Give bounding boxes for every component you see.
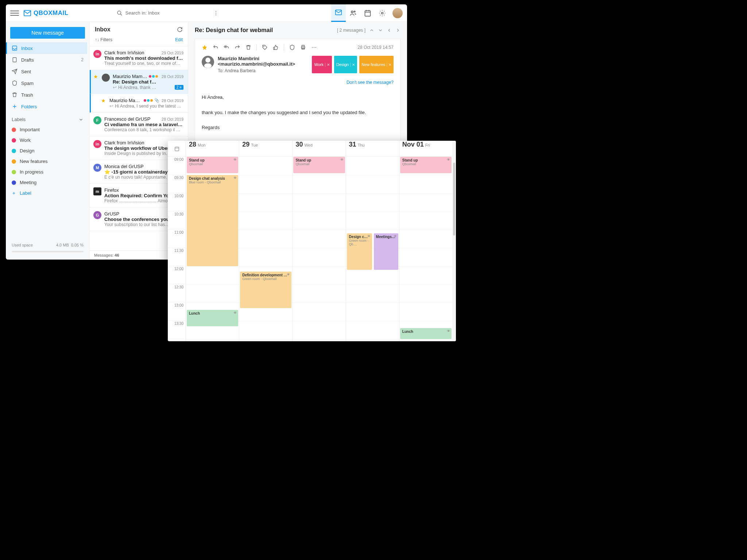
calendar-event[interactable]: Design chat revi…Green room - Qb…👁 [347, 233, 372, 270]
message-tag[interactable]: Work✕ [312, 56, 332, 73]
thread-down-icon[interactable] [378, 28, 383, 33]
folder-trash[interactable]: Trash [8, 89, 87, 101]
calendar-window: 09:0009:3010:0010:3011:0011:3012:0012:30… [168, 141, 456, 341]
message-item[interactable]: ★Maurizio Mam…📎28 Oct 2019↩Hi Andrea, I … [90, 94, 188, 113]
remove-tag-icon[interactable]: ✕ [325, 63, 330, 67]
more-icon[interactable] [311, 44, 317, 50]
remove-tag-icon[interactable]: ✕ [350, 63, 355, 67]
calendar-event[interactable]: Meetings …👁 [374, 233, 398, 270]
calendar-event[interactable]: Definition development p…Green room - Qb… [240, 272, 291, 308]
calendar-event[interactable]: Lunch👁 [400, 328, 452, 339]
calendar-event[interactable]: Stand upQboxmail👁 [293, 157, 345, 173]
svg-rect-10 [12, 46, 17, 50]
tag-icon[interactable] [262, 44, 268, 50]
day-header[interactable]: 31Thu [346, 141, 399, 157]
label-item[interactable]: Design [8, 145, 87, 156]
message-item[interactable]: FFrancesco del GrUSP28 Oct 2019Ci vediam… [90, 113, 188, 136]
visibility-icon: 👁 [367, 234, 371, 238]
label-item[interactable]: In progress [8, 167, 87, 177]
day-header[interactable]: 30Wed [293, 141, 345, 157]
calendar-event[interactable]: Stand upQboxmail👁 [400, 157, 452, 173]
reply-all-icon[interactable] [224, 44, 229, 50]
user-avatar[interactable] [392, 8, 403, 18]
forward-icon[interactable] [235, 44, 240, 50]
label-item[interactable]: New features [8, 156, 87, 167]
contacts-tab[interactable] [346, 4, 360, 22]
search-input[interactable] [125, 10, 198, 16]
label-item[interactable]: Meeting [8, 177, 87, 188]
message-item[interactable]: inClark from InVision29 Oct 2019This mon… [90, 46, 188, 70]
time-slot: 09:30 [168, 175, 186, 193]
folder-drafts[interactable]: Drafts2 [8, 54, 87, 66]
reply-icon[interactable] [213, 44, 218, 50]
thumbs-up-icon[interactable] [273, 44, 279, 50]
refresh-icon[interactable] [177, 27, 183, 32]
visibility-icon: 👁 [233, 158, 237, 162]
edit-button[interactable]: Edit [175, 37, 183, 42]
sender-avatar: in [93, 140, 101, 148]
kebab-icon[interactable] [213, 10, 219, 16]
used-space: Used space 4.0 MB 0.05 % [8, 239, 87, 251]
sort-icon[interactable]: ↑↓ [95, 37, 99, 42]
visibility-icon: 👁 [394, 234, 397, 238]
thread-up-icon[interactable] [369, 28, 374, 33]
time-slot: 13:30 [168, 321, 186, 339]
calendar-tab[interactable] [360, 4, 375, 22]
message-tag[interactable]: New features✕ [359, 56, 394, 73]
calendar-event[interactable]: Stand upQboxmail👁 [187, 157, 238, 173]
reply-indicator-icon: ↩ [113, 85, 117, 90]
label-item[interactable]: Important [8, 124, 87, 135]
search-icon [117, 10, 123, 16]
svg-point-16 [312, 47, 313, 48]
star-icon[interactable] [202, 44, 208, 50]
day-header[interactable]: 28Mon [186, 141, 239, 157]
label-item[interactable]: Work [8, 135, 87, 145]
list-title: Inbox [95, 26, 111, 33]
calendar-scrollbar[interactable] [452, 141, 456, 341]
labels-header[interactable]: Labels [8, 112, 87, 124]
visibility-icon: 👁 [340, 158, 344, 162]
folders-button[interactable]: Folders [8, 101, 87, 112]
day-header[interactable]: 29Tue [239, 141, 292, 157]
time-gutter: 09:0009:3010:0010:3011:0011:3012:0012:30… [168, 141, 186, 341]
visibility-icon: 👁 [447, 158, 450, 162]
delete-icon[interactable] [245, 44, 251, 50]
folder-spam[interactable]: Spam [8, 77, 87, 89]
calendar-event[interactable]: Lunch👁 [187, 310, 238, 326]
folder-sent[interactable]: Sent [8, 66, 87, 77]
app-name: QBOXMAIL [34, 9, 69, 17]
star-icon: ★ [93, 74, 98, 90]
visibility-icon: 👁 [287, 273, 290, 276]
message-tag[interactable]: Design✕ [334, 56, 357, 73]
mail-tab[interactable] [331, 4, 346, 22]
print-icon[interactable] [300, 44, 306, 50]
filters-button[interactable]: Filters [100, 37, 112, 42]
visibility-icon: 👁 [447, 329, 450, 333]
prev-msg-icon[interactable] [387, 28, 392, 33]
visibility-icon: 👁 [233, 176, 237, 180]
menu-icon[interactable] [10, 9, 19, 18]
sender-avatar: G [93, 211, 101, 219]
folder-inbox[interactable]: Inbox [6, 42, 87, 54]
app-logo[interactable]: QBOXMAIL [23, 9, 69, 17]
add-label-button[interactable]: Label [8, 188, 87, 198]
search-box[interactable] [117, 10, 219, 16]
reply-indicator-icon: ↩ [109, 103, 113, 109]
calendar-event[interactable]: Design chat analysisBlue room - Qboxmail… [187, 175, 238, 266]
shield-icon[interactable] [289, 44, 295, 50]
svg-point-4 [216, 14, 216, 15]
svg-point-9 [382, 12, 383, 14]
sender-avatar: in [93, 50, 101, 58]
calendar-icon[interactable] [174, 146, 179, 151]
message-item[interactable]: ★Maurizio Mambrini28 Oct 2019Re: Design … [90, 70, 188, 94]
view-raw-link[interactable]: Don't see the message? [202, 80, 394, 85]
next-msg-icon[interactable] [395, 28, 400, 33]
reader-toolbar: 28 Oct 2019 14:57 [202, 44, 394, 56]
settings-tab[interactable] [375, 4, 390, 22]
calendar-day: 31ThuDesign chat revi…Green room - Qb…👁M… [346, 141, 399, 341]
day-header[interactable]: Nov 01Fri [399, 141, 452, 157]
svg-point-17 [314, 47, 314, 48]
remove-tag-icon[interactable]: ✕ [387, 63, 391, 67]
calendar-day: 28MonStand upQboxmail👁Design chat analys… [186, 141, 239, 341]
compose-button[interactable]: New message [10, 27, 85, 39]
